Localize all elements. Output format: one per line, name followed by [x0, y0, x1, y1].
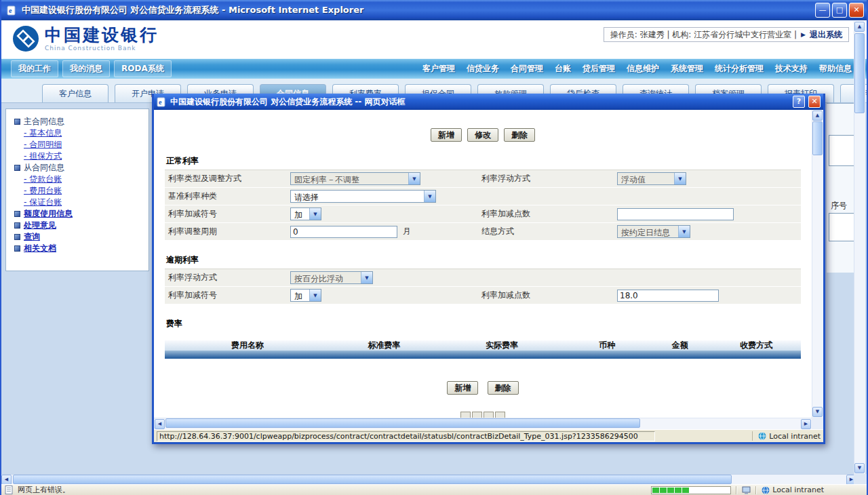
menu-item[interactable]: 帮助信息	[819, 63, 852, 75]
dialog-toolbar-button[interactable]: 删除	[504, 128, 535, 142]
rate-points-input[interactable]	[617, 208, 734, 220]
sidebar-item[interactable]: 处理意见	[14, 220, 146, 231]
svg-text:e: e	[159, 98, 162, 106]
normal-rate-form: 利率类型及调整方式 固定利率－不调整▼ 利率浮动方式 浮动值▼ 基准利率种类	[165, 170, 801, 241]
scroll-thumb[interactable]	[854, 33, 865, 113]
fee-table: 费用名称标准费率实际费率币种金额收费方式	[165, 340, 801, 359]
fee-delete-button[interactable]: 删除	[488, 381, 519, 395]
overdue-sign-select[interactable]: 加▼	[290, 289, 321, 302]
chevron-down-icon: ▼	[424, 191, 435, 202]
chevron-down-icon: ▼	[309, 208, 321, 220]
field-label: 结息方式	[481, 226, 617, 237]
menu-item[interactable]: 客户管理	[422, 63, 455, 75]
sidebar-item[interactable]: - 费用台账	[14, 185, 146, 197]
sidebar-item[interactable]: - 合同明细	[14, 139, 146, 151]
menu-item[interactable]: 信贷业务	[467, 63, 499, 75]
menu-item[interactable]: 信息维护	[627, 63, 659, 75]
dialog-help-button[interactable]: ?	[793, 96, 805, 108]
security-zone: Local intranet	[762, 486, 824, 494]
scroll-down-icon[interactable]: ▼	[854, 463, 865, 473]
background-field-fragment	[829, 135, 855, 166]
overdue-float-select[interactable]: 按百分比浮动▼	[290, 271, 373, 284]
menu-item[interactable]: 合同管理	[511, 63, 543, 75]
pagination-fragment[interactable]	[165, 408, 801, 418]
intranet-globe-icon	[762, 486, 770, 494]
dialog-page-icon: e	[157, 97, 167, 107]
scrollbar-corner	[854, 474, 867, 484]
sidebar-item[interactable]: - 保证台账	[14, 197, 146, 208]
fee-column-header: 标准费率	[330, 340, 438, 351]
dialog-toolbar-button[interactable]: 修改	[467, 128, 498, 142]
sign-select[interactable]: 加▼	[290, 207, 321, 220]
logout-link[interactable]: 退出系统	[810, 29, 842, 41]
minimize-button[interactable]: —	[815, 3, 830, 18]
tree-node-icon	[14, 245, 20, 252]
scroll-up-icon[interactable]: ▲	[812, 111, 823, 121]
adjust-cycle-input[interactable]	[290, 226, 397, 238]
sidebar-item[interactable]: - 基本信息	[14, 127, 146, 139]
sidebar-item[interactable]: 额度使用信息	[14, 208, 146, 220]
scroll-thumb[interactable]	[13, 475, 732, 484]
fee-table-header-bar	[165, 351, 801, 359]
field-label: 基准利率种类	[165, 191, 290, 202]
section-title-overdue-rate: 逾期利率	[166, 254, 801, 266]
menu-right-group: 客户管理信贷业务合同管理台账贷后管理信息维护系统管理统计分析管理技术支持帮助信息	[422, 63, 860, 75]
maximize-button[interactable]: □	[832, 3, 847, 18]
menu-item[interactable]: 技术支持	[775, 63, 808, 75]
sidebar-item[interactable]: 查询	[14, 231, 146, 243]
dialog-vertical-scrollbar[interactable]: ▲ ▼	[812, 110, 823, 418]
main-menubar: 我的工作我的消息RODA系统 客户管理信贷业务合同管理台账贷后管理信息维护系统管…	[1, 58, 868, 79]
scroll-right-icon[interactable]: ▶	[801, 419, 811, 429]
chevron-down-icon: ▼	[361, 272, 372, 283]
chevron-down-icon: ▼	[309, 290, 321, 301]
dialog-horizontal-scrollbar[interactable]: ◀ ▶	[154, 418, 812, 429]
close-button[interactable]: ✕	[849, 3, 864, 18]
sidebar-item[interactable]: 从合同信息	[14, 162, 146, 174]
scroll-left-icon[interactable]: ◀	[155, 419, 165, 429]
menu-item[interactable]: 系统管理	[671, 63, 703, 75]
dialog-close-button[interactable]: ✕	[808, 96, 821, 108]
dialog-toolbar: 新增修改删除	[165, 127, 801, 142]
fee-column-header: 币种	[566, 340, 648, 351]
sidebar-item[interactable]: - 担保方式	[14, 151, 146, 162]
status-left-text: 网页上有错误。	[18, 485, 70, 495]
scroll-thumb[interactable]	[812, 121, 823, 155]
menu-item[interactable]: 台账	[555, 63, 571, 75]
zone-label: Local intranet	[772, 486, 824, 494]
scroll-thumb[interactable]	[165, 418, 640, 428]
field-label: 利率加减符号	[165, 208, 290, 220]
interest-settle-select[interactable]: 按约定日结息▼	[617, 225, 690, 238]
menu-item[interactable]: 统计分析管理	[715, 63, 764, 75]
base-rate-select[interactable]: 请选择▼	[290, 190, 436, 203]
main-horizontal-scrollbar[interactable]: ◀ ▶	[1, 474, 868, 484]
tab[interactable]: 客户信息	[42, 84, 108, 102]
status-page-icon	[5, 486, 13, 494]
rate-type-select[interactable]: 固定利率－不调整▼	[290, 172, 420, 185]
field-label: 利率浮动方式	[481, 173, 617, 184]
sidebar-item[interactable]: 主合同信息	[14, 116, 146, 127]
menu-item[interactable]: RODA系统	[114, 60, 172, 77]
main-vertical-scrollbar[interactable]: ▲ ▼	[854, 21, 865, 474]
sidebar-item[interactable]: - 贷款台账	[14, 174, 146, 185]
menu-item[interactable]: 我的工作	[11, 60, 58, 77]
dialog-status-bar: http://128.64.36.37:9001/clpweapp/bizpro…	[154, 429, 823, 442]
dialog-toolbar-button[interactable]: 新增	[431, 128, 462, 142]
scroll-up-icon[interactable]: ▲	[854, 22, 865, 32]
scroll-down-icon[interactable]: ▼	[812, 407, 823, 417]
tree-node-icon	[14, 119, 20, 125]
section-title-normal-rate: 正常利率	[166, 155, 801, 167]
scrollbar-corner	[812, 418, 823, 429]
menu-item[interactable]: 我的消息	[62, 60, 110, 77]
menu-item[interactable]: 贷后管理	[583, 63, 615, 75]
sidebar-item[interactable]: 相关文档	[14, 243, 146, 254]
float-mode-select[interactable]: 浮动值▼	[617, 172, 686, 185]
user-info-bar: 操作员: 张建秀 | 机构: 江苏省分行城中支行营业室 | ▶ 退出系统	[604, 27, 849, 42]
form-row: 利率类型及调整方式 固定利率－不调整▼ 利率浮动方式 浮动值▼	[165, 170, 801, 188]
field-label: 利率浮动方式	[165, 272, 290, 283]
fee-add-button[interactable]: 新增	[447, 381, 478, 395]
section-title-fee: 费率	[166, 318, 801, 330]
sidebar-tree: 主合同信息 - 基本信息 - 合同明细 - 担保方式 从合同信息 - 贷款台账 …	[5, 108, 149, 271]
scroll-left-icon[interactable]: ◀	[1, 475, 12, 485]
overdue-points-input[interactable]	[617, 290, 719, 302]
dialog-security-zone: Local intranet	[752, 431, 821, 441]
